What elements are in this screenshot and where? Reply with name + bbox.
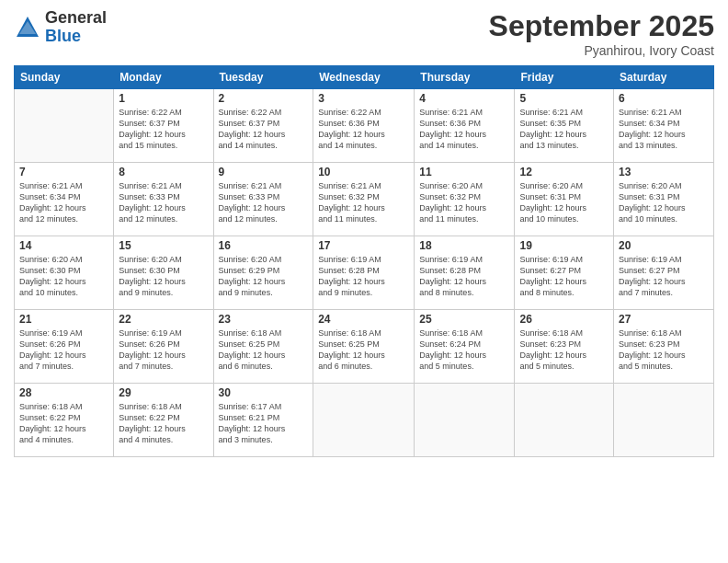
day-number: 11 (419, 166, 509, 178)
day-info: Sunrise: 6:19 AM Sunset: 6:26 PM Dayligh… (19, 327, 108, 373)
day-number: 26 (519, 313, 609, 326)
week-row-3: 14Sunrise: 6:20 AM Sunset: 6:30 PM Dayli… (15, 236, 714, 310)
calendar-cell (515, 384, 614, 457)
day-number: 1 (119, 92, 208, 105)
calendar-cell: 22Sunrise: 6:19 AM Sunset: 6:26 PM Dayli… (114, 310, 213, 384)
calendar-cell: 16Sunrise: 6:20 AM Sunset: 6:29 PM Dayli… (213, 236, 313, 310)
calendar-cell: 15Sunrise: 6:20 AM Sunset: 6:30 PM Dayli… (114, 236, 213, 310)
calendar-cell (614, 384, 714, 457)
day-info: Sunrise: 6:20 AM Sunset: 6:31 PM Dayligh… (519, 180, 609, 225)
day-info: Sunrise: 6:18 AM Sunset: 6:25 PM Dayligh… (219, 327, 309, 373)
calendar-cell: 9Sunrise: 6:21 AM Sunset: 6:33 PM Daylig… (213, 163, 313, 236)
day-number: 8 (119, 166, 208, 178)
week-row-2: 7Sunrise: 6:21 AM Sunset: 6:34 PM Daylig… (15, 163, 714, 236)
header: General Blue September 2025 Pyanhirou, I… (14, 9, 714, 58)
calendar-cell: 28Sunrise: 6:18 AM Sunset: 6:22 PM Dayli… (15, 384, 114, 457)
day-info: Sunrise: 6:20 AM Sunset: 6:32 PM Dayligh… (419, 180, 509, 225)
day-number: 28 (19, 386, 108, 399)
calendar-cell: 6Sunrise: 6:21 AM Sunset: 6:34 PM Daylig… (614, 89, 714, 163)
day-number: 20 (619, 239, 709, 252)
calendar-cell: 19Sunrise: 6:19 AM Sunset: 6:27 PM Dayli… (515, 236, 614, 310)
day-number: 24 (318, 313, 409, 326)
day-info: Sunrise: 6:22 AM Sunset: 6:36 PM Dayligh… (318, 107, 409, 152)
calendar-cell: 30Sunrise: 6:17 AM Sunset: 6:21 PM Dayli… (213, 384, 313, 457)
day-info: Sunrise: 6:18 AM Sunset: 6:23 PM Dayligh… (619, 327, 709, 373)
calendar-cell: 26Sunrise: 6:18 AM Sunset: 6:23 PM Dayli… (515, 310, 614, 384)
day-info: Sunrise: 6:21 AM Sunset: 6:36 PM Dayligh… (419, 107, 509, 152)
day-number: 25 (419, 313, 509, 326)
day-info: Sunrise: 6:19 AM Sunset: 6:27 PM Dayligh… (519, 254, 609, 299)
day-number: 30 (219, 386, 309, 399)
calendar-cell: 14Sunrise: 6:20 AM Sunset: 6:30 PM Dayli… (15, 236, 114, 310)
week-row-1: 1Sunrise: 6:22 AM Sunset: 6:37 PM Daylig… (15, 89, 714, 163)
calendar-cell: 27Sunrise: 6:18 AM Sunset: 6:23 PM Dayli… (614, 310, 714, 384)
day-info: Sunrise: 6:21 AM Sunset: 6:32 PM Dayligh… (318, 180, 409, 225)
calendar-cell: 21Sunrise: 6:19 AM Sunset: 6:26 PM Dayli… (15, 310, 114, 384)
calendar-cell (15, 89, 114, 163)
title-area: September 2025 Pyanhirou, Ivory Coast (489, 9, 714, 58)
day-number: 12 (519, 166, 609, 178)
day-info: Sunrise: 6:21 AM Sunset: 6:33 PM Dayligh… (119, 180, 208, 225)
day-info: Sunrise: 6:22 AM Sunset: 6:37 PM Dayligh… (219, 107, 309, 152)
header-thursday: Thursday (415, 66, 515, 89)
day-number: 18 (419, 239, 509, 252)
day-info: Sunrise: 6:20 AM Sunset: 6:31 PM Dayligh… (619, 180, 709, 225)
day-info: Sunrise: 6:20 AM Sunset: 6:29 PM Dayligh… (219, 254, 309, 299)
day-number: 3 (318, 92, 409, 105)
calendar-cell: 13Sunrise: 6:20 AM Sunset: 6:31 PM Dayli… (614, 163, 714, 236)
day-number: 22 (119, 313, 208, 326)
day-number: 13 (619, 166, 709, 178)
calendar-cell: 24Sunrise: 6:18 AM Sunset: 6:25 PM Dayli… (313, 310, 415, 384)
day-info: Sunrise: 6:21 AM Sunset: 6:34 PM Dayligh… (619, 107, 709, 152)
calendar-cell: 20Sunrise: 6:19 AM Sunset: 6:27 PM Dayli… (614, 236, 714, 310)
day-number: 9 (219, 166, 309, 178)
calendar-cell: 5Sunrise: 6:21 AM Sunset: 6:35 PM Daylig… (515, 89, 614, 163)
day-info: Sunrise: 6:17 AM Sunset: 6:21 PM Dayligh… (219, 401, 309, 446)
header-saturday: Saturday (614, 66, 714, 89)
calendar-cell: 3Sunrise: 6:22 AM Sunset: 6:36 PM Daylig… (313, 89, 415, 163)
calendar-cell: 25Sunrise: 6:18 AM Sunset: 6:24 PM Dayli… (415, 310, 515, 384)
day-number: 27 (619, 313, 709, 326)
day-info: Sunrise: 6:21 AM Sunset: 6:34 PM Dayligh… (19, 180, 108, 225)
calendar-cell: 1Sunrise: 6:22 AM Sunset: 6:37 PM Daylig… (114, 89, 213, 163)
month-title: September 2025 (489, 9, 714, 43)
day-number: 19 (519, 239, 609, 252)
calendar-cell: 4Sunrise: 6:21 AM Sunset: 6:36 PM Daylig… (415, 89, 515, 163)
day-info: Sunrise: 6:20 AM Sunset: 6:30 PM Dayligh… (19, 254, 108, 299)
location: Pyanhirou, Ivory Coast (489, 43, 714, 58)
day-info: Sunrise: 6:19 AM Sunset: 6:28 PM Dayligh… (318, 254, 409, 299)
calendar-cell: 8Sunrise: 6:21 AM Sunset: 6:33 PM Daylig… (114, 163, 213, 236)
day-number: 7 (19, 166, 108, 178)
logo-general: General (45, 9, 107, 28)
calendar-cell: 12Sunrise: 6:20 AM Sunset: 6:31 PM Dayli… (515, 163, 614, 236)
header-wednesday: Wednesday (313, 66, 415, 89)
logo-blue: Blue (45, 28, 107, 46)
calendar-cell: 11Sunrise: 6:20 AM Sunset: 6:32 PM Dayli… (415, 163, 515, 236)
day-number: 5 (519, 92, 609, 105)
calendar-cell: 17Sunrise: 6:19 AM Sunset: 6:28 PM Dayli… (313, 236, 415, 310)
calendar-cell (313, 384, 415, 457)
day-info: Sunrise: 6:20 AM Sunset: 6:30 PM Dayligh… (119, 254, 208, 299)
page: General Blue September 2025 Pyanhirou, I… (0, 0, 728, 563)
day-number: 4 (419, 92, 509, 105)
calendar-cell: 10Sunrise: 6:21 AM Sunset: 6:32 PM Dayli… (313, 163, 415, 236)
day-info: Sunrise: 6:18 AM Sunset: 6:22 PM Dayligh… (119, 401, 208, 446)
day-number: 15 (119, 239, 208, 252)
logo-text: General Blue (45, 9, 107, 46)
day-info: Sunrise: 6:18 AM Sunset: 6:23 PM Dayligh… (519, 327, 609, 373)
day-info: Sunrise: 6:21 AM Sunset: 6:35 PM Dayligh… (519, 107, 609, 152)
calendar-cell: 29Sunrise: 6:18 AM Sunset: 6:22 PM Dayli… (114, 384, 213, 457)
calendar: Sunday Monday Tuesday Wednesday Thursday… (14, 65, 714, 457)
day-number: 16 (219, 239, 309, 252)
day-info: Sunrise: 6:18 AM Sunset: 6:24 PM Dayligh… (419, 327, 509, 373)
logo-icon (14, 14, 41, 41)
week-row-5: 28Sunrise: 6:18 AM Sunset: 6:22 PM Dayli… (15, 384, 714, 457)
calendar-cell: 7Sunrise: 6:21 AM Sunset: 6:34 PM Daylig… (15, 163, 114, 236)
day-info: Sunrise: 6:22 AM Sunset: 6:37 PM Dayligh… (119, 107, 208, 152)
header-monday: Monday (114, 66, 213, 89)
calendar-cell: 2Sunrise: 6:22 AM Sunset: 6:37 PM Daylig… (213, 89, 313, 163)
day-number: 29 (119, 386, 208, 399)
day-info: Sunrise: 6:18 AM Sunset: 6:22 PM Dayligh… (19, 401, 108, 446)
day-info: Sunrise: 6:19 AM Sunset: 6:28 PM Dayligh… (419, 254, 509, 299)
calendar-cell (415, 384, 515, 457)
